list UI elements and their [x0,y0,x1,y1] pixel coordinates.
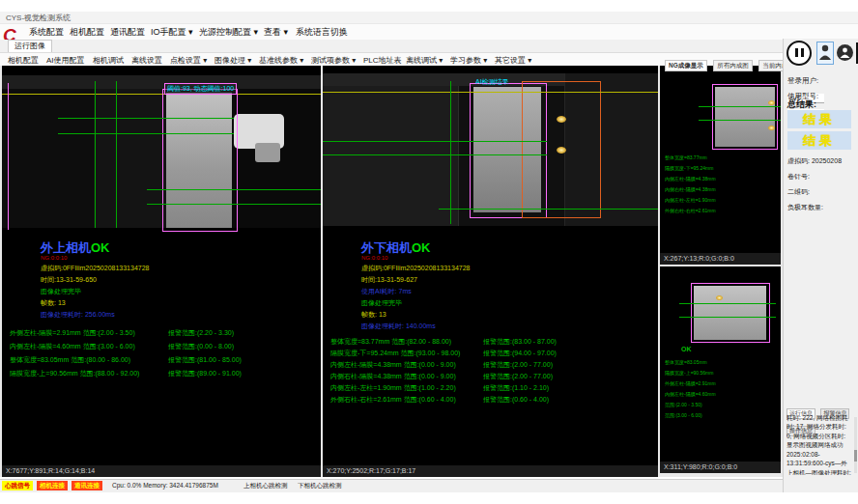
trigger-info: NG:0:0:10 [361,255,387,261]
roi-rectangle [691,283,770,343]
ng-info-line: 内侧左柱-左柱=1.90mm [665,197,716,203]
overlay-line [8,83,9,230]
measurement-row: 内侧左柱-隔膜=4.60mm 范围:(3.00 - 6.00) 报警范围:(0.… [2,342,321,353]
qr-code-label: 二维码: [787,187,810,197]
ng-view-1[interactable]: 整体宽度=83.77mm 隔膜宽度-下=95.24mm 内侧左柱-隔膜=4.38… [660,66,781,253]
tool-image-process[interactable]: 图像处理 ▾ [214,55,251,66]
menu-item-camera[interactable]: 相机配置 [70,26,104,39]
ng-info-line: 隔膜宽度-下=95.24mm [665,165,713,171]
measurement-value: 隔膜宽度-下=95.24mm 范围:(93.00 - 98.00) [330,349,460,358]
menu-item-view[interactable]: 查看 ▾ [264,26,288,39]
window-title: CYS-视觉检测系统 [6,13,71,23]
tool-spot-check[interactable]: 点检设置 ▾ [170,55,207,66]
result-box-1: 结果 [787,110,851,128]
overlay-line [95,81,96,228]
heartbeat-badge: 心跳信号 [2,481,33,490]
overlay-line [699,106,781,107]
tab-run-image[interactable]: 运行图像 [8,40,52,52]
ng-info-line: 内侧左柱-隔膜=4.38mm [665,176,716,182]
pause-button[interactable] [786,41,812,66]
measurement-alarm: 报警范围:(1.10 - 2.10) [483,383,549,393]
camera-name: 外下相机 [361,240,412,255]
overlay-line [699,120,781,121]
log-scrollbar[interactable] [854,417,857,473]
ng-view-2[interactable]: OK 整体宽度=83.05mm 隔膜宽度-上=90.56mm 外侧左柱-隔膜=2… [660,266,781,462]
overlay-line [58,118,234,119]
log-textbox[interactable]: 耗时: 222, 网络检图耗时: 17, 网络分发耗时: 0, 网络视频分区耗时… [786,413,852,475]
ng-info-line: 外侧左柱-隔膜=2.91mm [665,380,716,386]
camera-ok-status: OK [91,240,110,255]
measurement-alarm: 报警范围:(0.00 - 8.00) [168,342,234,351]
scene-machinery [2,75,321,89]
measurement-value: 内侧左柱-左柱=1.90mm 范围:(1.00 - 2.20) [330,383,456,393]
user-icon [818,42,832,62]
tab-glow-spot [557,116,566,123]
process-time-line: 图像处理耗时: 140.00ms [361,322,436,331]
measurement-row: 隔膜宽度-上=90.56mm 范围:(88.00 - 92.00) 报警范围:(… [2,369,321,380]
ng-info-line: 整体宽度=83.77mm [665,154,707,160]
overlay-line [147,189,321,190]
menu-item-comm[interactable]: 通讯配置 [110,26,145,39]
ng-info-line: 内侧左柱-隔膜=4.60mm [665,391,716,397]
camera-image-upper[interactable]: 阈值:93, 动态阈值:100 [2,75,321,228]
camera-link-badge: 相机连接 [37,481,68,490]
tool-learn-param[interactable]: 学习参数 ▾ [450,55,487,66]
menu-bar: C 系统配置 相机配置 通讯配置 IO手配置 ▾ 光源控制配置 ▾ 查看 ▾ 系… [0,24,858,40]
tab-ng-display[interactable]: NG成像显示 [665,60,707,71]
tool-other-setting[interactable]: 其它设置 ▾ [495,55,531,66]
threshold-overlay-label: 阈值:93, 动态阈值:100 [164,83,237,95]
tool-ai-config[interactable]: AI使用配置 [46,55,85,66]
ai-result-overlay-label: AI检测结果 [475,77,509,87]
ng-image-column: 整体宽度=83.77mm 隔膜宽度-下=95.24mm 内侧左柱-隔膜=4.38… [660,66,781,477]
camera-view-upper[interactable]: 阈值:93, 动态阈值:100 外上相机OK NG:0:0:10 虚拟码:0FF… [2,66,321,477]
tab-glow-spot [716,295,723,300]
measurement-value: 外侧左柱-隔膜=2.91mm 范围:(2.00 - 3.50) [10,328,135,338]
pixel-coords-readout: X:311;Y:980;R:0;G:0;B:0 [660,462,781,473]
ng-info-line: 整体宽度=83.05mm [665,359,707,365]
measurement-row: 外侧右柱-右柱=2.61mm 范围:(0.60 - 4.00) 报警范围:(0.… [323,395,658,406]
tool-camera-debug[interactable]: 相机调试 [93,55,124,66]
menu-item-io[interactable]: IO手配置 ▾ [151,26,193,39]
overlay-line [323,141,547,142]
lower-camera-heartbeat: 下相机心跳检测 [298,482,342,490]
user-settings-button[interactable] [837,44,853,61]
measurement-value: 外侧右柱-右柱=2.61mm 范围:(0.60 - 4.00) [330,395,456,405]
pause-icon [795,48,798,57]
menu-item-language[interactable]: 系统语言切换 [296,26,348,39]
roi-rectangle [712,84,778,150]
ng-ok-status: OK [681,346,692,352]
tab-all-images[interactable]: 所有内成图 [713,60,753,71]
overlay-line [116,81,117,228]
overlay-line [679,317,776,318]
overlay-line [2,94,321,95]
toolbar: 相机配置 AI使用配置 相机调试 离线设置 点检设置 ▾ 图像处理 ▾ 基准线参… [0,53,781,67]
ai-time-line: 使用AI耗时: 7ms [361,287,412,296]
overlay-line [679,303,776,304]
overlay-line [147,204,321,205]
process-done-line: 图像处理完毕 [41,287,81,296]
pause-icon [801,48,804,57]
measurement-value: 内侧左柱-隔膜=4.38mm 范围:(0.00 - 9.00) [330,360,456,370]
tool-camera-config[interactable]: 相机配置 [8,55,39,66]
tool-baseline-param[interactable]: 基准线参数 ▾ [259,55,303,66]
measurement-value: 整体宽度=83.05mm 范围:(80.00 - 86.00) [10,355,130,365]
tab-glow-spot [768,126,775,130]
camera-view-lower[interactable]: AI检测结果 外下相机OK NG:0:0:10 虚拟码:0FFIiim20250… [323,66,658,477]
ng-info-line: 内侧右柱-隔膜=4.38mm [665,186,716,192]
upper-camera-heartbeat: 上相机心跳检测 [243,482,288,490]
window-titlebar: CYS-视觉检测系统 [0,12,858,24]
measurement-alarm: 报警范围:(94.00 - 97.00) [483,349,557,358]
tool-offline-setting[interactable]: 离线设置 [131,55,162,66]
cpu-memory-text: Cpu: 0.0% Memory: 3424.41796875M [112,482,218,489]
tool-test-param[interactable]: 测试项参数 ▾ [311,55,356,66]
overlay-line [58,133,234,134]
tool-plc-table[interactable]: PLC地址表 [363,55,402,66]
measurement-row: 整体宽度=83.77mm 范围:(82.00 - 88.00) 报警范围:(83… [323,337,658,349]
tool-offline-debug[interactable]: 离线调试 ▾ [406,55,443,66]
menu-item-light[interactable]: 光源控制配置 ▾ [199,26,258,39]
main-area: 阈值:93, 动态阈值:100 外上相机OK NG:0:0:10 虚拟码:0FF… [0,66,783,477]
scrollbar-thumb[interactable] [854,450,857,462]
user-login-button[interactable] [816,42,834,65]
camera-image-lower[interactable]: AI检测结果 [323,73,658,226]
menu-item-system[interactable]: 系统配置 [29,26,64,39]
